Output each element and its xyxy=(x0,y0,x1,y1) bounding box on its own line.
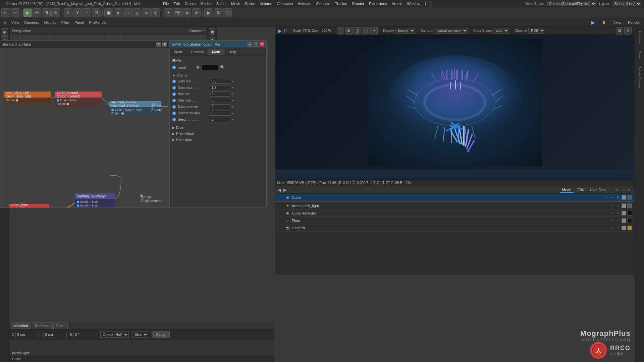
input-dot[interactable] xyxy=(57,99,59,102)
seed-radio[interactable] xyxy=(172,118,176,121)
vp-panel[interactable]: Panel xyxy=(72,20,86,25)
undo-btn[interactable]: ↩ xyxy=(1,8,10,17)
menu-simulate[interactable]: Simulate xyxy=(314,1,332,6)
cube-color-box2[interactable] xyxy=(627,195,632,200)
light-btn[interactable]: ☀ xyxy=(164,8,172,17)
seed-spinner[interactable]: ▾ xyxy=(232,118,234,121)
obj-x-btn[interactable]: X xyxy=(64,8,72,17)
apply-button[interactable]: Apply xyxy=(152,331,170,338)
userdata-section-toggle[interactable]: ▶ User data xyxy=(172,137,264,143)
node-color-correct[interactable]: color_correct (color_correct) Input < Ma… xyxy=(55,92,102,107)
display-select[interactable]: beauty xyxy=(395,28,415,34)
scale-btn[interactable]: ⊞ xyxy=(42,8,51,17)
menu-window[interactable]: Window xyxy=(405,1,422,6)
menu-extensions[interactable]: Extensions xyxy=(367,1,389,6)
hue-min-radio[interactable] xyxy=(172,93,176,96)
menu-modes[interactable]: Modes xyxy=(199,1,214,6)
object-row-arnold-light[interactable]: ☀ Arnold disk_light ✓ ✓ xyxy=(275,202,635,209)
pause-icon[interactable]: ⏸ xyxy=(283,28,288,34)
camera-vis-icon[interactable]: ✓ xyxy=(610,226,615,230)
hue-min-input[interactable] xyxy=(210,92,230,97)
obj-nav-fwd[interactable]: ▶ xyxy=(283,188,286,192)
object-row-cube-reflector[interactable]: ▣ Cube Reflector ✓ ✓ xyxy=(275,209,635,217)
object-section-toggle[interactable]: ▼ Object xyxy=(172,73,264,79)
menu-arnold[interactable]: Arnold xyxy=(390,1,405,6)
attr-icon3[interactable]: ⊛ xyxy=(627,187,632,193)
z-input1[interactable] xyxy=(15,332,39,337)
tab-presets[interactable]: Presets xyxy=(187,49,208,55)
object-row-camera[interactable]: 📷 Camera ✓ ✓ xyxy=(275,224,635,232)
sidebar-tasks-label[interactable]: Tasks xyxy=(638,51,641,59)
menu-spline[interactable]: Spline xyxy=(243,1,257,6)
size-select[interactable]: Size xyxy=(132,331,148,338)
light-vis-icon[interactable]: ✓ xyxy=(610,203,615,208)
gain-min-input[interactable] xyxy=(210,79,230,84)
vp-menu-toggle[interactable]: ≡ xyxy=(2,20,8,25)
tab-main[interactable]: Main xyxy=(208,49,224,55)
menu-volume[interactable]: Volume xyxy=(258,1,274,6)
cone-btn[interactable]: △ xyxy=(132,8,141,17)
obj-tab-mode[interactable]: Mode xyxy=(560,187,574,193)
cube-vis-icon[interactable]: ✓ xyxy=(604,195,609,200)
hue-max-spinner[interactable]: ▾ xyxy=(232,99,234,102)
cube-expand-icon[interactable]: ⊞ xyxy=(616,195,621,200)
obj-all-btn[interactable]: ⊡ xyxy=(92,8,101,17)
arnold-minimize-btn[interactable]: ─ xyxy=(248,42,252,47)
tab-floor[interactable]: Floor xyxy=(53,322,68,329)
obj-nav-back[interactable]: ◀ xyxy=(278,188,281,192)
seed-input[interactable] xyxy=(210,117,230,122)
mult-in1-dot[interactable] xyxy=(77,201,79,203)
floor-vis-icon[interactable]: ✓ xyxy=(610,218,615,223)
sat-max-radio[interactable] xyxy=(172,112,176,115)
cc-output-dot[interactable] xyxy=(67,103,69,105)
arnold-close-btn[interactable]: ✕ xyxy=(260,42,264,47)
move-btn[interactable]: ✛ xyxy=(33,8,41,17)
render-region-btn[interactable]: ⬚ xyxy=(223,8,232,17)
panel-settings-btn[interactable]: ⚙ xyxy=(156,42,161,47)
colorspace-select[interactable]: auto xyxy=(493,28,509,34)
tab-basic[interactable]: Basic xyxy=(170,49,187,55)
menu-mesh[interactable]: Mesh xyxy=(229,1,242,6)
cube-color-box[interactable] xyxy=(622,195,626,200)
rv-render[interactable]: Render xyxy=(626,20,642,25)
rv-btn4[interactable]: ⬛ xyxy=(362,27,369,35)
vp-side-btn1[interactable]: ▣ xyxy=(209,28,215,35)
rv-btn3[interactable]: ◫ xyxy=(354,27,361,35)
camera-color-box[interactable] xyxy=(622,226,626,230)
object-row-floor[interactable]: ▱ Floor ✓ ✓ xyxy=(275,217,635,224)
obj-y-btn[interactable]: Y xyxy=(73,8,82,17)
eyedropper-icon[interactable]: 🔍 xyxy=(220,65,225,70)
cylinder-btn[interactable]: ⬭ xyxy=(123,8,132,17)
material-btn[interactable]: ◈ xyxy=(182,8,191,17)
reflector-color-box[interactable] xyxy=(622,211,626,216)
menu-animate[interactable]: Animate xyxy=(296,1,313,6)
vp-view[interactable]: View xyxy=(9,20,21,25)
sat-min-radio[interactable] xyxy=(172,105,176,109)
obj-tab-edit[interactable]: Edit xyxy=(576,187,586,193)
sidebar-attributes-label[interactable]: Attributes xyxy=(638,31,641,44)
channel-select[interactable]: RGB xyxy=(528,28,545,34)
vp-prorender[interactable]: ProRender xyxy=(87,20,109,25)
rv-btn5[interactable]: ☀ xyxy=(370,27,378,35)
rotate-btn[interactable]: ↻ xyxy=(51,8,60,17)
vp-cameras[interactable]: Cameras xyxy=(22,20,41,25)
node-user-data[interactable]: user_data_rgb (user_data_rgb) Output xyxy=(4,92,51,103)
rv-view[interactable]: View xyxy=(611,20,623,25)
render-canvas[interactable] xyxy=(275,35,634,170)
tab-help[interactable]: Help xyxy=(224,49,240,55)
b-input[interactable] xyxy=(73,332,97,337)
sphere-btn[interactable]: ● xyxy=(114,8,122,17)
output-dot[interactable] xyxy=(16,99,18,102)
panel-expand-btn[interactable]: ⊞ xyxy=(162,42,167,47)
gain-max-radio[interactable] xyxy=(172,86,176,89)
rv-extra-btn1[interactable]: ⊠ xyxy=(616,27,623,35)
vp-display[interactable]: Display xyxy=(42,20,58,25)
procedural-section-toggle[interactable]: ▶ Procedural xyxy=(172,131,264,137)
nodespace-select[interactable]: Current (Standard/Physical) xyxy=(547,1,596,6)
arnold-displacement-port[interactable] xyxy=(140,194,143,197)
arnold-beauty-port[interactable] xyxy=(152,103,155,106)
camera-tool-btn[interactable]: 📷 xyxy=(173,8,182,17)
node-color-jitter[interactable]: color_jitter (color_jitter) Output xyxy=(9,204,49,207)
redo-btn[interactable]: ↪ xyxy=(11,8,19,17)
vp-filter[interactable]: Filter xyxy=(59,20,71,25)
